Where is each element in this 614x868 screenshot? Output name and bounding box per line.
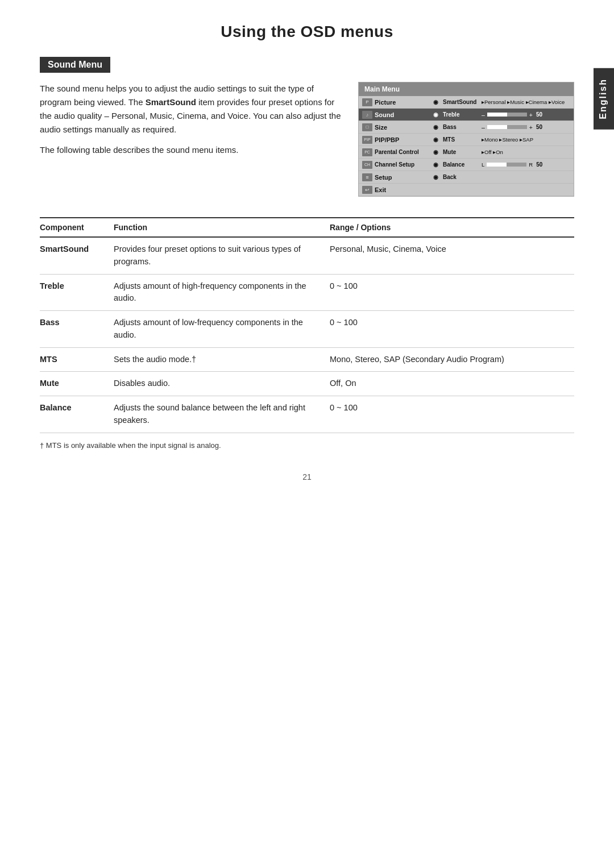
function-mts: Sets the audio mode.† (114, 347, 330, 372)
function-balance: Adjusts the sound balance between the le… (114, 396, 330, 433)
table-row: Treble Adjusts amount of high-frequency … (40, 274, 574, 311)
back-icon: ◉ (430, 173, 441, 181)
component-balance: Balance (40, 396, 114, 433)
balance-bar (487, 163, 526, 167)
function-smartsound: Provides four preset options to suit var… (114, 237, 330, 274)
intro-paragraph-1: The sound menu helps you to adjust the a… (40, 82, 341, 136)
component-bass: Bass (40, 311, 114, 348)
english-tab: English (594, 68, 614, 130)
bass-bar-fill (487, 125, 507, 129)
treble-minus: – (482, 111, 485, 118)
size-icon: □ (362, 123, 372, 131)
component-treble: Treble (40, 274, 114, 311)
balance-label: Balance (443, 161, 464, 168)
osd-menu-row-exit: ↩ Exit (359, 184, 574, 196)
component-mute: Mute (40, 372, 114, 396)
table-row: Bass Adjusts amount of low-frequency com… (40, 311, 574, 348)
function-mute: Disables audio. (114, 372, 330, 396)
table-footnote: † MTS is only available when the input s… (40, 441, 574, 450)
mute-options: ▸Off ▸On (482, 149, 503, 155)
osd-menu-row-size: □ Size ◉ Bass – + 50 (359, 121, 574, 134)
intro-section: The sound menu helps you to adjust the a… (40, 82, 574, 197)
treble-bar-fill (487, 113, 507, 117)
function-bass: Adjusts amount of low-frequency componen… (114, 311, 330, 348)
treble-plus: + (529, 111, 533, 118)
mts-icon: ◉ (430, 136, 441, 144)
exit-label: Exit (375, 186, 386, 193)
bass-icon: ◉ (430, 123, 441, 131)
table-row: Balance Adjusts the sound balance betwee… (40, 396, 574, 433)
intro-text: The sound menu helps you to adjust the a… (40, 82, 341, 197)
osd-menu-row-picture: P Picture ◉ SmartSound ▸Personal ▸Music … (359, 96, 574, 109)
picture-label: Picture (375, 99, 396, 106)
sound-label: Sound (375, 111, 394, 118)
sound-icon: ♪ (362, 111, 372, 119)
smartsound-options: ▸Personal ▸Music ▸Cinema ▸Voice (482, 99, 565, 105)
balance-r: R (529, 161, 533, 168)
range-smartsound: Personal, Music, Cinema, Voice (330, 237, 574, 274)
table-section: Component Function Range / Options Smart… (40, 217, 574, 450)
parental-label: Parental Control (375, 149, 419, 155)
setup-icon: ≡ (362, 173, 372, 181)
channel-icon: CH (362, 161, 372, 169)
smartsound-label: SmartSound (443, 99, 476, 105)
function-treble: Adjusts amount of high-frequency compone… (114, 274, 330, 311)
pip-icon: PIP (362, 136, 372, 144)
bass-label: Bass (443, 124, 457, 130)
range-mute: Off, On (330, 372, 574, 396)
table-row: SmartSound Provides four preset options … (40, 237, 574, 274)
balance-bar-fill (487, 163, 507, 167)
bass-minus: – (482, 124, 485, 131)
back-label: Back (443, 174, 457, 180)
range-mts: Mono, Stereo, SAP (Secondary Audio Progr… (330, 347, 574, 372)
parental-icon: PC (362, 148, 372, 156)
balance-l: L (482, 161, 484, 168)
exit-icon: ↩ (362, 186, 372, 194)
osd-menu: Main Menu P Picture ◉ SmartSound ▸Person… (358, 82, 574, 197)
pip-label: PIP/PBP (375, 136, 399, 143)
component-mts: MTS (40, 347, 114, 372)
osd-menu-header: Main Menu (359, 82, 574, 96)
component-smartsound: SmartSound (40, 237, 114, 274)
intro-paragraph-2: The following table describes the sound … (40, 143, 341, 157)
page-number: 21 (40, 472, 574, 481)
osd-menu-row-pip: PIP PIP/PBP ◉ MTS ▸Mono ▸Stereo ▸SAP (359, 134, 574, 146)
channel-label: Channel Setup (375, 161, 414, 168)
component-table: Component Function Range / Options Smart… (40, 217, 574, 433)
col-header-range: Range / Options (330, 218, 574, 237)
table-row: MTS Sets the audio mode.† Mono, Stereo, … (40, 347, 574, 372)
treble-label: Treble (443, 111, 459, 118)
treble-value: 50 (536, 111, 542, 118)
mute-icon: ◉ (430, 148, 441, 156)
setup-label: Setup (375, 174, 392, 181)
mts-label: MTS (443, 136, 455, 143)
section-heading: Sound Menu (40, 57, 110, 73)
osd-menu-row-setup: ≡ Setup ◉ Back (359, 171, 574, 184)
range-treble: 0 ~ 100 (330, 274, 574, 311)
bass-bar (487, 125, 527, 129)
bass-value: 50 (536, 124, 542, 130)
balance-icon: ◉ (430, 161, 441, 169)
col-header-component: Component (40, 218, 114, 237)
treble-bar (487, 113, 527, 117)
table-row: Mute Disables audio. Off, On (40, 372, 574, 396)
bass-plus: + (529, 124, 533, 131)
balance-value: 50 (536, 161, 542, 168)
range-balance: 0 ~ 100 (330, 396, 574, 433)
size-label: Size (375, 124, 387, 131)
range-bass: 0 ~ 100 (330, 311, 574, 348)
col-header-function: Function (114, 218, 330, 237)
osd-menu-row-parental: PC Parental Control ◉ Mute ▸Off ▸On (359, 146, 574, 159)
treble-icon: ◉ (430, 111, 441, 119)
mute-label: Mute (443, 149, 456, 155)
mts-options: ▸Mono ▸Stereo ▸SAP (482, 136, 533, 143)
page-title: Using the OSD menus (40, 23, 574, 41)
smartsound-icon: ◉ (430, 98, 441, 106)
osd-menu-row-sound: ♪ Sound ◉ Treble – + 50 (359, 109, 574, 121)
osd-menu-row-channel: CH Channel Setup ◉ Balance L R 50 (359, 159, 574, 171)
picture-icon: P (362, 98, 372, 106)
